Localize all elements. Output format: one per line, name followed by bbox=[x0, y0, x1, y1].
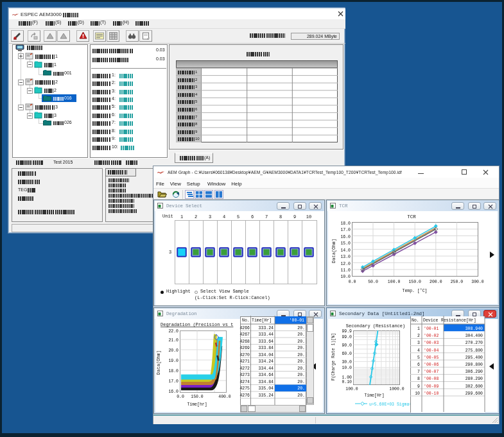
svg-text:'00-01: '00-01 bbox=[290, 318, 305, 323]
svg-text:'00-08: '00-08 bbox=[424, 377, 439, 381]
svg-text:'00-04: '00-04 bbox=[424, 348, 439, 353]
svg-text:Device: Device bbox=[423, 318, 439, 323]
svg-text:0.10: 0.10 bbox=[342, 380, 352, 384]
svg-text:8: 8 bbox=[279, 214, 282, 219]
svg-text:Temp. [°C]: Temp. [°C] bbox=[402, 288, 427, 293]
svg-text:200.0: 200.0 bbox=[430, 280, 442, 284]
svg-text:2: 2 bbox=[195, 214, 197, 219]
svg-text:Time[Hr]: Time[Hr] bbox=[364, 393, 384, 398]
svg-text:0.0: 0.0 bbox=[349, 280, 356, 284]
svg-text:7: 7 bbox=[265, 214, 268, 219]
svg-text:4266: 4266 bbox=[239, 326, 250, 330]
svg-text:334.44: 334.44 bbox=[259, 366, 274, 371]
svg-text:306.290: 306.290 bbox=[465, 370, 483, 374]
svg-text:335.04: 335.04 bbox=[259, 386, 274, 391]
svg-text:17.0: 17.0 bbox=[340, 228, 351, 232]
svg-text:20.: 20. bbox=[297, 393, 305, 398]
svg-text:3: 3 bbox=[209, 214, 211, 219]
svg-text:10: 10 bbox=[415, 391, 420, 396]
svg-text:20.: 20. bbox=[297, 359, 305, 364]
svg-text:3: 3 bbox=[169, 250, 171, 255]
svg-text:'00-06: '00-06 bbox=[424, 363, 439, 367]
svg-text:18.0: 18.0 bbox=[340, 221, 351, 226]
svg-text:Resistance[Hr]: Resistance[Hr] bbox=[441, 318, 476, 323]
svg-text:300.0: 300.0 bbox=[471, 280, 484, 284]
svg-text:No.: No. bbox=[242, 318, 250, 323]
svg-text:TCR: TCR bbox=[407, 214, 416, 219]
svg-text:u=5.60E+03 Sigma=: u=5.60E+03 Sigma= bbox=[369, 402, 412, 407]
svg-text:Data[Ohm]: Data[Ohm] bbox=[331, 239, 336, 263]
svg-text:250.0: 250.0 bbox=[451, 280, 464, 284]
svg-text:16.0: 16.0 bbox=[168, 390, 178, 394]
svg-text:302.600: 302.600 bbox=[465, 384, 483, 389]
svg-text:12.0: 12.0 bbox=[340, 262, 351, 266]
svg-text:13.0: 13.0 bbox=[340, 255, 351, 259]
svg-text:4: 4 bbox=[417, 348, 420, 353]
svg-text:290.800: 290.800 bbox=[465, 363, 483, 367]
svg-text:22.0: 22.0 bbox=[168, 329, 178, 334]
svg-text:Time[hr]: Time[hr] bbox=[187, 402, 207, 407]
svg-text:10.0: 10.0 bbox=[342, 366, 352, 370]
svg-text:18.0: 18.0 bbox=[168, 369, 178, 373]
svg-text:150.0: 150.0 bbox=[191, 395, 204, 399]
svg-text:100.0: 100.0 bbox=[388, 280, 401, 284]
svg-text:270.270: 270.270 bbox=[465, 341, 483, 345]
svg-text:20.0: 20.0 bbox=[168, 348, 178, 353]
svg-text:9: 9 bbox=[417, 384, 420, 389]
svg-text:4: 4 bbox=[223, 214, 225, 219]
svg-text:334.84: 334.84 bbox=[259, 380, 274, 384]
svg-text:1: 1 bbox=[417, 327, 420, 331]
svg-text:9: 9 bbox=[293, 214, 296, 219]
svg-text:20.: 20. bbox=[297, 339, 305, 344]
svg-text:Secondary (Resistance): Secondary (Resistance) bbox=[346, 323, 405, 329]
svg-text:'00-01: '00-01 bbox=[424, 327, 439, 331]
svg-text:333.64: 333.64 bbox=[259, 339, 274, 344]
svg-text:4267: 4267 bbox=[239, 332, 250, 337]
svg-text:400.0: 400.0 bbox=[218, 395, 231, 399]
svg-text:17.0: 17.0 bbox=[168, 379, 178, 384]
svg-text:20.: 20. bbox=[297, 353, 305, 357]
svg-text:295.400: 295.400 bbox=[465, 356, 483, 360]
svg-text:'00-07: '00-07 bbox=[424, 370, 439, 374]
svg-text:No.: No. bbox=[412, 318, 419, 323]
svg-text:4276: 4276 bbox=[239, 393, 250, 398]
svg-text:4274: 4274 bbox=[239, 380, 250, 384]
svg-text:0.0: 0.0 bbox=[177, 395, 184, 399]
svg-text:30.0: 30.0 bbox=[342, 360, 352, 364]
svg-text:21.0: 21.0 bbox=[168, 338, 178, 343]
svg-text:1.00: 1.00 bbox=[342, 375, 352, 380]
svg-text:19.0: 19.0 bbox=[168, 359, 178, 363]
svg-text:10: 10 bbox=[306, 214, 311, 219]
svg-text:4268: 4268 bbox=[239, 339, 250, 344]
svg-text:8: 8 bbox=[417, 377, 420, 381]
svg-text:333.24: 333.24 bbox=[259, 326, 274, 330]
svg-text:5: 5 bbox=[417, 356, 420, 360]
svg-text:4272: 4272 bbox=[239, 366, 250, 371]
svg-text:Time[Hr]: Time[Hr] bbox=[252, 318, 272, 323]
svg-text:5: 5 bbox=[237, 214, 239, 219]
svg-text:50.0: 50.0 bbox=[368, 280, 378, 284]
svg-text:304.400: 304.400 bbox=[465, 334, 483, 338]
svg-text:7: 7 bbox=[417, 370, 420, 374]
svg-text:6: 6 bbox=[417, 363, 420, 367]
svg-text:100.0: 100.0 bbox=[345, 387, 358, 391]
svg-text:'00-09: '00-09 bbox=[424, 384, 439, 389]
svg-text:60.0: 60.0 bbox=[342, 352, 352, 356]
svg-text:Data[Ohm]: Data[Ohm] bbox=[156, 350, 161, 375]
svg-text:'00-10: '00-10 bbox=[424, 391, 439, 396]
svg-text:3: 3 bbox=[417, 341, 420, 345]
svg-text:99.0: 99.0 bbox=[342, 335, 352, 339]
svg-text:20.: 20. bbox=[297, 373, 305, 377]
svg-text:1000.0: 1000.0 bbox=[389, 387, 404, 391]
svg-text:20.: 20. bbox=[297, 332, 305, 337]
svg-text:20.: 20. bbox=[297, 380, 305, 384]
svg-text:F(Charge Rate 1)[%]: F(Charge Rate 1)[%] bbox=[331, 333, 336, 381]
svg-text:2: 2 bbox=[417, 334, 420, 338]
svg-text:4269: 4269 bbox=[239, 346, 250, 350]
svg-text:335.24: 335.24 bbox=[259, 393, 274, 398]
svg-text:308.940: 308.940 bbox=[465, 327, 483, 331]
svg-text:280.290: 280.290 bbox=[465, 377, 483, 381]
svg-text:334.04: 334.04 bbox=[259, 353, 274, 357]
svg-text:333.84: 333.84 bbox=[259, 346, 274, 350]
svg-text:334.64: 334.64 bbox=[259, 373, 274, 377]
